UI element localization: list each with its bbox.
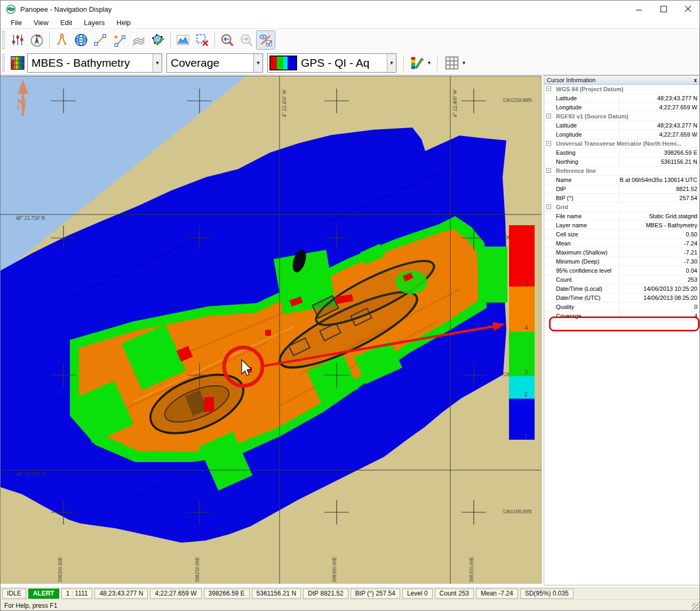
panel-item-row: Layer nameMBES - Bathymetry — [544, 221, 700, 230]
edit-colors-icon[interactable]: ▼ — [407, 53, 434, 73]
menu-view[interactable]: View — [28, 18, 54, 28]
colormap-segment — [277, 57, 283, 69]
coverage-colorbar-legend: 54321 — [509, 225, 535, 440]
colormap-combo[interactable]: GPS - QI - Aq ▼ — [267, 53, 396, 73]
colormap-grid-icon[interactable] — [8, 53, 27, 73]
grid-display-icon[interactable]: ▼ — [440, 53, 470, 73]
panel-item-value: 8821.52 — [619, 185, 700, 193]
panel-item-row: 95% confidence level0.04 — [544, 266, 700, 275]
panel-item-label: Latitude — [556, 121, 619, 130]
panel-item-value: MBES - Bathymetry — [619, 221, 700, 229]
menu-file[interactable]: File — [5, 18, 28, 28]
status-segment: SD(95%) 0.035 — [520, 589, 574, 599]
panel-item-value: 253 — [619, 275, 700, 284]
panel-close-icon[interactable]: x — [694, 77, 697, 83]
panel-title-bar[interactable]: Cursor Information x — [544, 76, 700, 85]
panel-item-row: Northing5361156.21 N — [544, 157, 700, 166]
status-segment: 398266.59 E — [204, 589, 250, 599]
contours-icon[interactable] — [129, 30, 148, 50]
colormap-value: GPS - QI - Aq — [297, 57, 387, 69]
colorbar-label: 4 — [524, 323, 528, 332]
main-toolbar: N — [1, 28, 700, 51]
layers-toolbar: MBES - Bathymetry ▼ Coverage ▼ GPS - QI … — [1, 51, 700, 75]
panel-group-row[interactable]: −Grid — [544, 203, 700, 212]
maximize-button[interactable] — [651, 1, 676, 18]
menu-edit[interactable]: Edit — [54, 18, 78, 28]
colormap-segment — [283, 57, 288, 69]
chevron-down-icon[interactable]: ▼ — [427, 60, 432, 66]
panel-body: −WGS 84 (Project Datum)Latitude48;23;43.… — [544, 85, 700, 321]
panel-item-row: Quality0 — [544, 303, 700, 312]
collapse-icon[interactable]: − — [546, 204, 551, 209]
colorbar-label: 5 — [524, 278, 528, 287]
panel-item-row: Longitude4;22;27.659 W — [544, 103, 700, 112]
panel-group-row[interactable]: −Reference line — [544, 166, 700, 176]
layer-combo-value: MBES - Bathymetry — [28, 57, 153, 69]
panel-item-label: Quality — [556, 303, 619, 311]
cursor-information-panel: Cursor Information x −WGS 84 (Project Da… — [544, 75, 700, 585]
toolbar-gripper[interactable] — [2, 31, 5, 49]
collapse-icon[interactable]: − — [546, 141, 551, 146]
panel-item-value: B at 06h54m35s 130614 UTC — [619, 176, 700, 184]
colorbar-block: 2 — [509, 376, 535, 399]
profile-chart-icon[interactable] — [173, 30, 193, 50]
chevron-down-icon[interactable]: ▼ — [387, 54, 396, 72]
edit-polygon-icon[interactable] — [148, 30, 168, 50]
chevron-down-icon[interactable]: ▼ — [153, 54, 162, 72]
chevron-down-icon[interactable]: ▼ — [253, 54, 262, 72]
grid-label: 5361100.00N — [503, 509, 531, 514]
panel-item-value: 4;22;27.659 W — [619, 103, 700, 112]
panel-item-row: Maximum (Shallow)-7.21 — [544, 248, 700, 257]
zoom-next-icon[interactable] — [237, 30, 256, 50]
panel-group-row[interactable]: −Universal Transverse Mercator (North He… — [544, 139, 700, 148]
status-segment: DtP 8821.52 — [303, 589, 348, 599]
map-canvas[interactable]: N — [1, 76, 542, 584]
status-bar: IDLEALERT1 : 111148;23;43.277 N4;22;27.6… — [1, 588, 700, 599]
zoom-previous-icon[interactable] — [218, 30, 237, 50]
panel-item-label: Northing — [556, 157, 619, 166]
panel-group-label: Reference line — [556, 166, 596, 175]
resize-grip[interactable] — [692, 603, 699, 610]
panel-item-value: -7.21 — [619, 248, 700, 257]
layer-combo[interactable]: MBES - Bathymetry ▼ — [27, 53, 162, 73]
panel-title: Cursor Information — [547, 77, 595, 83]
panel-item-value: -7.24 — [619, 239, 700, 248]
panel-item-label: Count — [556, 275, 619, 284]
panel-item-value: 257.54 — [619, 194, 700, 202]
collapse-icon[interactable]: − — [546, 86, 551, 91]
collapse-icon[interactable]: − — [546, 114, 551, 118]
compass-icon[interactable]: N — [27, 30, 46, 50]
add-line-point-icon[interactable] — [110, 30, 129, 50]
display-settings-icon[interactable] — [8, 30, 27, 50]
panel-group-label: Grid — [556, 203, 568, 211]
collapse-icon[interactable]: − — [546, 168, 551, 173]
panel-item-row: Latitude48;23;43.277 N — [544, 94, 700, 103]
geodesy-globe-icon[interactable] — [71, 30, 91, 50]
panel-group-row[interactable]: −RGF93 v1 (Source Datum) — [544, 112, 700, 121]
menu-help[interactable]: Help — [110, 18, 137, 28]
menu-layers[interactable]: Layers — [78, 18, 110, 28]
panel-item-row: Count253 — [544, 275, 700, 284]
panel-item-row: Cell size0.50 — [544, 230, 700, 239]
title-bar[interactable]: Panopee - Navigation Display — [1, 1, 700, 18]
draw-line-icon[interactable] — [91, 30, 110, 50]
colorbar-block: 4 — [509, 287, 535, 332]
map-viewport[interactable]: N 48° 23.750' N48° 23.700' N5361250.00N5… — [1, 76, 542, 584]
panel-item-row: Date/Time (UTC)14/06/2013 08:25:20 — [544, 293, 700, 303]
coverage-highlight-annotation — [549, 316, 699, 331]
chevron-down-icon[interactable]: ▼ — [462, 60, 466, 66]
toolbar-separator — [214, 32, 215, 48]
colormap-preview-icon — [269, 55, 297, 70]
survey-validation-icon[interactable] — [256, 30, 275, 50]
delete-selection-icon[interactable] — [193, 30, 212, 50]
toolbar-gripper[interactable] — [2, 54, 5, 72]
display-mode-combo[interactable]: Coverage ▼ — [166, 53, 263, 73]
app-logo-icon — [6, 5, 15, 14]
measure-calipers-icon[interactable] — [52, 30, 71, 50]
panel-item-row: Easting398266.59 E — [544, 148, 700, 157]
minimize-button[interactable] — [627, 1, 651, 18]
panel-group-row[interactable]: −WGS 84 (Project Datum) — [544, 85, 700, 94]
panel-item-value: -7.30 — [619, 257, 700, 266]
panel-item-row: Latitude48;23;43.277 N — [544, 121, 700, 130]
close-button[interactable] — [676, 1, 700, 18]
